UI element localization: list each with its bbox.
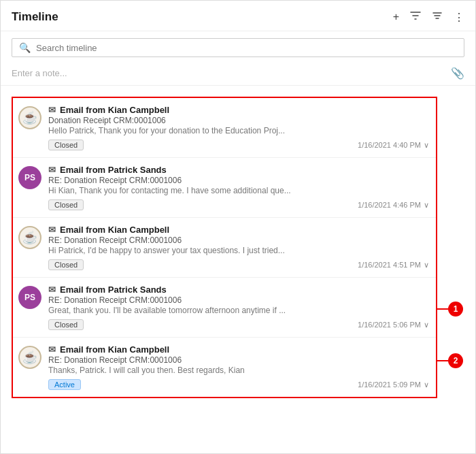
sender-name: Email from Patrick Sands (60, 165, 167, 175)
status-badge: Active (48, 379, 81, 390)
search-bar: 🔍 (12, 38, 464, 57)
email-icon: ✉ (48, 225, 56, 235)
email-icon: ✉ (48, 165, 56, 175)
annotation-arrow (437, 308, 448, 310)
timeline-item: PS ✉ Email from Patrick Sands RE: Donati… (13, 278, 436, 338)
timeline-panel: Timeline + ⋮ 🔍 Enter a note... 📎 (0, 0, 476, 454)
item-preview: Hello Patrick, Thank you for your donati… (48, 126, 354, 135)
timeline-item: ☕ ✉ Email from Kian Campbell RE: Donatio… (13, 338, 436, 397)
item-subject: RE: Donation Receipt CRM:0001006 (48, 236, 429, 245)
user-icon: ☕ (22, 110, 37, 125)
annotation-arrow (437, 360, 448, 361)
timeline-item: PS ✉ Email from Patrick Sands RE: Donati… (13, 158, 436, 218)
sender-name: Email from Kian Campbell (60, 225, 169, 235)
expand-icon[interactable]: ∨ (424, 380, 429, 389)
header-actions: + ⋮ (393, 10, 464, 24)
annotation-1: 1 (437, 302, 463, 317)
email-icon: ✉ (48, 344, 56, 355)
sender-name: Email from Patrick Sands (60, 285, 167, 295)
add-icon[interactable]: + (393, 11, 399, 23)
item-title: ✉ Email from Kian Campbell (48, 105, 429, 115)
status-badge: Closed (48, 140, 84, 150)
item-time: 1/16/2021 5:09 PM ∨ (358, 380, 429, 389)
item-preview: Great, thank you. I'll be available tomo… (48, 306, 354, 315)
note-placeholder: Enter a note... (12, 68, 451, 78)
avatar: PS (18, 166, 41, 189)
annotation-2: 2 (437, 353, 463, 368)
user-icon: ☕ (22, 350, 37, 365)
panel-title: Timeline (12, 10, 393, 24)
item-content: ✉ Email from Patrick Sands RE: Donation … (48, 165, 429, 210)
expand-icon[interactable]: ∨ (424, 141, 429, 150)
item-time: 1/16/2021 4:46 PM ∨ (358, 201, 429, 210)
item-footer: Closed 1/16/2021 4:46 PM ∨ (48, 199, 429, 210)
email-icon: ✉ (48, 105, 56, 115)
item-time: 1/16/2021 4:40 PM ∨ (358, 141, 429, 150)
timeline-container: ☕ ✉ Email from Kian Campbell Donation Re… (1, 86, 475, 453)
user-icon: ☕ (22, 230, 37, 245)
avatar: ☕ (18, 346, 41, 369)
expand-icon[interactable]: ∨ (424, 201, 429, 210)
more-icon[interactable]: ⋮ (454, 11, 464, 24)
timeline-outer-wrapper: ☕ ✉ Email from Kian Campbell Donation Re… (12, 97, 437, 398)
item-subject: RE: Donation Receipt CRM:0001006 (48, 355, 429, 365)
item-title: ✉ Email from Patrick Sands (48, 165, 429, 175)
initials: PS (24, 173, 35, 182)
attachment-icon[interactable]: 📎 (451, 67, 464, 80)
expand-icon[interactable]: ∨ (424, 261, 429, 270)
initials: PS (24, 293, 35, 302)
search-icon: 🔍 (19, 42, 31, 53)
avatar: PS (18, 286, 41, 309)
expand-icon[interactable]: ∨ (424, 321, 429, 329)
item-footer: Closed 1/16/2021 4:40 PM ∨ (48, 140, 429, 150)
item-preview: Thanks, Patrick. I will call you then. B… (48, 366, 354, 375)
filter-icon[interactable] (410, 10, 421, 24)
sender-name: Email from Kian Campbell (60, 344, 169, 355)
item-subject: Donation Receipt CRM:0001006 (48, 116, 429, 125)
item-content: ✉ Email from Kian Campbell RE: Donation … (48, 225, 429, 270)
item-content: ✉ Email from Kian Campbell Donation Rece… (48, 105, 429, 150)
item-time: 1/16/2021 5:06 PM ∨ (358, 321, 429, 329)
timeline-item: ☕ ✉ Email from Kian Campbell Donation Re… (13, 98, 436, 158)
item-preview: Hi Patrick, I'd be happy to answer your … (48, 246, 354, 255)
note-bar: Enter a note... 📎 (1, 61, 475, 86)
item-title: ✉ Email from Kian Campbell (48, 225, 429, 235)
item-preview: Hi Kian, Thank you for contacting me. I … (48, 186, 354, 195)
avatar: ☕ (18, 106, 41, 129)
timeline-items: ☕ ✉ Email from Kian Campbell Donation Re… (13, 98, 436, 397)
sort-icon[interactable] (432, 10, 443, 24)
item-subject: RE: Donation Receipt CRM:0001006 (48, 295, 429, 305)
item-title: ✉ Email from Kian Campbell (48, 344, 429, 355)
timeline-item: ☕ ✉ Email from Kian Campbell RE: Donatio… (13, 218, 436, 278)
item-content: ✉ Email from Kian Campbell RE: Donation … (48, 344, 429, 390)
item-footer: Closed 1/16/2021 5:06 PM ∨ (48, 319, 429, 330)
annotation-circle-1: 1 (448, 302, 463, 317)
status-badge: Closed (48, 319, 84, 330)
email-icon: ✉ (48, 285, 56, 295)
sender-name: Email from Kian Campbell (60, 105, 169, 115)
status-badge: Closed (48, 259, 84, 270)
status-badge: Closed (48, 199, 84, 210)
search-input[interactable] (36, 43, 457, 53)
annotation-circle-2: 2 (448, 353, 463, 368)
item-footer: Active 1/16/2021 5:09 PM ∨ (48, 379, 429, 390)
item-subject: RE: Donation Receipt CRM:0001006 (48, 176, 429, 185)
item-title: ✉ Email from Patrick Sands (48, 285, 429, 295)
item-content: ✉ Email from Patrick Sands RE: Donation … (48, 285, 429, 330)
timeline-border: ☕ ✉ Email from Kian Campbell Donation Re… (12, 97, 437, 398)
item-time: 1/16/2021 4:51 PM ∨ (358, 261, 429, 270)
avatar: ☕ (18, 226, 41, 249)
item-footer: Closed 1/16/2021 4:51 PM ∨ (48, 259, 429, 270)
header: Timeline + ⋮ (1, 1, 475, 31)
